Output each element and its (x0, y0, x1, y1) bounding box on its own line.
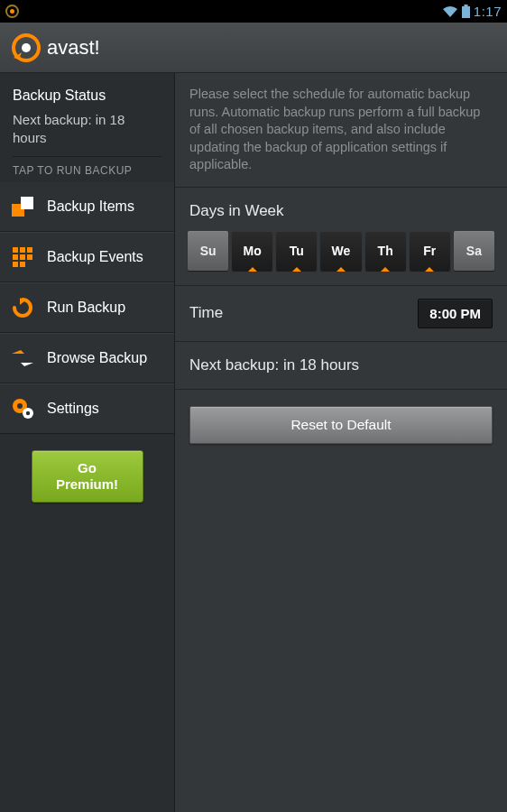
backup-status-block: Backup Status Next backup: in 18 hours (0, 73, 174, 156)
battery-icon (462, 5, 470, 18)
svg-rect-6 (13, 247, 18, 253)
premium-line2: Premium! (56, 476, 118, 492)
reset-to-default-button[interactable]: Reset to Default (189, 406, 493, 444)
browse-backup-icon (11, 346, 34, 370)
tap-to-run-label: TAP TO RUN BACKUP (0, 157, 174, 182)
next-backup-text: Next backup: in 18 hours (175, 342, 507, 390)
app-title-text: avast (47, 36, 95, 59)
sidebar-nav: Backup Items Backup Events Run Backup (0, 182, 174, 434)
backup-status-sub: Next backup: in 18 hours (13, 111, 161, 148)
svg-point-17 (26, 411, 30, 415)
svg-rect-13 (20, 262, 25, 267)
sidebar-item-backup-items[interactable]: Backup Items (0, 182, 174, 232)
svg-rect-7 (20, 247, 25, 253)
svg-rect-5 (21, 197, 33, 209)
sidebar-item-label: Browse Backup (47, 350, 147, 366)
go-premium-button[interactable]: Go Premium! (32, 450, 143, 503)
content-pane: Please select the schedule for automatic… (175, 73, 507, 812)
svg-point-3 (22, 43, 31, 52)
time-label: Time (189, 304, 223, 322)
svg-rect-9 (13, 254, 18, 260)
day-toggle-fr[interactable]: Fr (410, 231, 450, 271)
svg-rect-1 (464, 5, 467, 6)
backup-items-icon (11, 195, 34, 218)
sidebar-item-backup-events[interactable]: Backup Events (0, 232, 174, 282)
svg-rect-10 (20, 254, 25, 260)
time-picker-button[interactable]: 8:00 PM (418, 299, 493, 328)
day-toggle-tu[interactable]: Tu (276, 231, 317, 271)
avast-logo-icon (11, 32, 41, 63)
wifi-icon (442, 5, 458, 18)
status-bar-clock: 1:17 (474, 4, 502, 19)
avast-notification-icon (5, 5, 19, 18)
day-toggle-mo[interactable]: Mo (232, 231, 272, 271)
svg-rect-0 (462, 6, 470, 18)
sidebar-item-run-backup[interactable]: Run Backup (0, 282, 174, 333)
sidebar-item-settings[interactable]: Settings (0, 383, 174, 434)
premium-line1: Go (78, 460, 97, 475)
sidebar-item-browse-backup[interactable]: Browse Backup (0, 333, 174, 383)
days-row: SuMoTuWeThFrSa (175, 231, 507, 286)
settings-icon (11, 397, 34, 420)
backup-events-icon (11, 245, 34, 269)
app-title-bang: ! (95, 36, 100, 59)
sidebar-item-label: Run Backup (47, 300, 125, 316)
sidebar: Backup Status Next backup: in 18 hours T… (0, 73, 175, 812)
sidebar-item-label: Backup Items (47, 198, 134, 215)
app-header: avast! (0, 23, 507, 73)
day-toggle-su[interactable]: Su (188, 231, 228, 271)
days-in-week-label: Days in Week (175, 188, 507, 231)
backup-status-title: Backup Status (13, 86, 161, 106)
svg-rect-11 (27, 254, 32, 260)
svg-rect-8 (27, 247, 32, 253)
sidebar-item-label: Backup Events (47, 249, 143, 265)
schedule-description: Please select the schedule for automatic… (175, 73, 507, 188)
day-toggle-th[interactable]: Th (365, 231, 406, 271)
sidebar-item-label: Settings (47, 401, 99, 417)
day-toggle-we[interactable]: We (320, 231, 361, 271)
run-backup-icon (11, 296, 34, 319)
app-title: avast! (47, 36, 100, 60)
svg-rect-12 (13, 262, 18, 267)
time-row: Time 8:00 PM (175, 286, 507, 342)
svg-point-15 (17, 403, 23, 409)
android-status-bar: 1:17 (0, 0, 507, 23)
day-toggle-sa[interactable]: Sa (454, 231, 494, 271)
